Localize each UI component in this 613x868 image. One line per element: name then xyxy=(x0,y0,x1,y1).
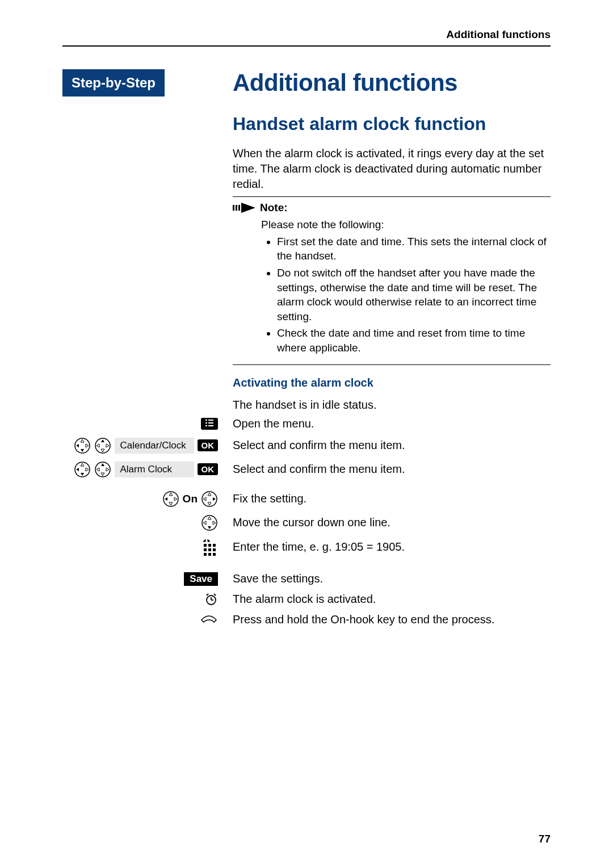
svg-rect-46 xyxy=(208,548,211,551)
svg-marker-21 xyxy=(86,468,89,471)
svg-marker-38 xyxy=(208,517,211,519)
svg-rect-6 xyxy=(208,425,213,426)
svg-line-55 xyxy=(214,594,216,596)
intro-paragraph: When the alarm clock is activated, it ri… xyxy=(233,146,551,192)
step-text: Select and confirm the menu item. xyxy=(221,463,551,476)
step-row: Calendar/Clock OK Select and confirm the… xyxy=(62,437,551,454)
svg-marker-34 xyxy=(208,502,211,505)
svg-rect-45 xyxy=(204,548,207,551)
nav-circle-icon xyxy=(201,514,218,531)
step-text: Save the settings. xyxy=(221,572,551,585)
svg-marker-41 xyxy=(213,521,216,525)
subsection-title: Activating the alarm clock xyxy=(233,376,551,389)
svg-rect-48 xyxy=(204,553,207,556)
note-lead: Please note the following: xyxy=(261,217,551,232)
idle-status-text: The handset is in idle status. xyxy=(233,397,551,413)
section-title: Handset alarm clock function xyxy=(233,114,551,135)
step-text: Select and confirm the menu item. xyxy=(221,439,551,452)
svg-marker-19 xyxy=(81,473,84,476)
step-by-step-badge: Step-by-Step xyxy=(62,69,165,97)
svg-marker-3 xyxy=(241,203,255,213)
note-item: Do not switch off the handset after you … xyxy=(277,266,551,324)
nav-circle-icon xyxy=(94,437,111,454)
svg-rect-49 xyxy=(208,553,211,556)
svg-marker-36 xyxy=(213,497,216,501)
svg-marker-13 xyxy=(101,439,104,442)
page-number: 77 xyxy=(539,833,551,845)
svg-rect-43 xyxy=(208,544,211,547)
svg-rect-4 xyxy=(208,420,213,421)
keypad-icon xyxy=(202,538,218,556)
alarm-clock-icon xyxy=(204,593,218,606)
step-text: Fix the setting. xyxy=(221,492,551,505)
save-button: Save xyxy=(184,572,218,586)
svg-marker-25 xyxy=(96,468,99,471)
svg-marker-28 xyxy=(169,493,173,496)
note-arrow-icon xyxy=(233,203,255,213)
svg-marker-31 xyxy=(174,497,177,501)
step-row: Enter the time, e. g. 19:05 = 1905. xyxy=(62,538,551,556)
note-block: Note: Please note the following: First s… xyxy=(233,196,551,365)
svg-rect-0 xyxy=(233,205,234,211)
on-hook-key-icon xyxy=(200,613,218,626)
note-item: First set the date and time. This sets t… xyxy=(277,234,551,263)
svg-marker-18 xyxy=(81,463,84,466)
step-text: Move the cursor down one line. xyxy=(221,516,551,529)
note-label: Note: xyxy=(260,202,288,214)
svg-rect-42 xyxy=(204,544,207,547)
svg-marker-30 xyxy=(165,497,167,501)
nav-circle-icon xyxy=(74,437,91,454)
nav-circle-icon xyxy=(162,490,179,508)
note-item: Check the date and time and reset from t… xyxy=(277,326,551,355)
svg-marker-39 xyxy=(208,526,211,529)
step-row: Move the cursor down one line. xyxy=(62,514,551,531)
menu-selection: Alarm Clock xyxy=(115,462,194,477)
step-text: Open the menu. xyxy=(221,417,551,430)
svg-marker-35 xyxy=(203,497,206,501)
svg-marker-26 xyxy=(106,468,109,471)
svg-rect-50 xyxy=(213,553,216,556)
svg-marker-16 xyxy=(106,444,109,447)
step-row: Alarm Clock OK Select and confirm the me… xyxy=(62,461,551,478)
svg-rect-47 xyxy=(213,548,216,551)
ok-button: OK xyxy=(198,463,219,475)
svg-marker-40 xyxy=(203,521,206,525)
running-header: Additional functions xyxy=(62,28,551,47)
svg-rect-2 xyxy=(238,205,240,211)
svg-line-54 xyxy=(207,594,208,596)
step-text: Enter the time, e. g. 19:05 = 1905. xyxy=(221,540,551,553)
step-row: On Fix the setting. xyxy=(62,490,551,508)
on-label: On xyxy=(183,493,198,505)
svg-marker-9 xyxy=(81,449,84,452)
step-row: Open the menu. xyxy=(62,417,551,430)
svg-rect-1 xyxy=(236,205,237,211)
svg-rect-5 xyxy=(208,422,213,423)
nav-circle-icon xyxy=(94,461,111,478)
step-text: The alarm clock is activated. xyxy=(221,593,551,606)
nav-circle-icon xyxy=(201,490,218,508)
svg-marker-15 xyxy=(96,444,99,447)
svg-marker-23 xyxy=(101,463,104,466)
svg-marker-14 xyxy=(101,449,104,452)
step-text: Press and hold the On-hook key to end th… xyxy=(221,613,551,626)
svg-marker-11 xyxy=(86,444,89,447)
svg-marker-20 xyxy=(76,468,79,471)
step-row: Press and hold the On-hook key to end th… xyxy=(62,613,551,626)
nav-circle-icon xyxy=(74,461,91,478)
page-title: Additional functions xyxy=(233,69,551,97)
svg-rect-44 xyxy=(213,544,216,547)
ok-button: OK xyxy=(198,439,219,451)
menu-icon xyxy=(201,418,218,430)
svg-marker-10 xyxy=(76,444,79,447)
svg-marker-29 xyxy=(169,502,173,505)
svg-marker-24 xyxy=(101,473,104,476)
menu-selection: Calendar/Clock xyxy=(115,438,194,454)
step-row: The alarm clock is activated. xyxy=(62,593,551,606)
step-row: Save Save the settings. xyxy=(62,572,551,586)
svg-marker-33 xyxy=(208,493,211,496)
svg-marker-8 xyxy=(81,439,84,442)
